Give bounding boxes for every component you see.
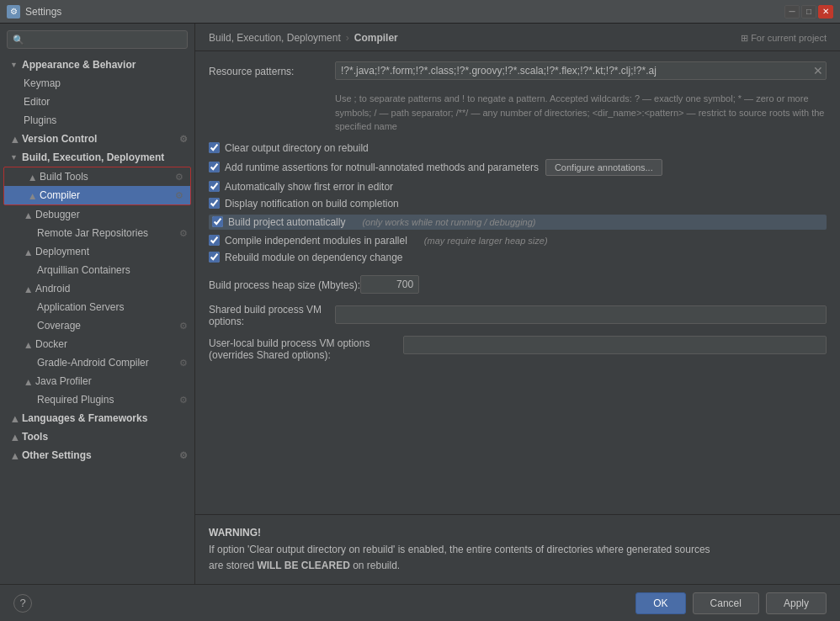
search-box[interactable]: 🔍 — [7, 30, 188, 49]
warning-text: If option 'Clear output directory on reb… — [209, 542, 827, 574]
sidebar-item-keymap[interactable]: Keymap — [0, 74, 194, 93]
build-tools-group: ▶ Build Tools ⚙ ▶ Compiler ⚙ — [3, 167, 191, 205]
maximize-button[interactable]: □ — [801, 5, 816, 19]
arrow-icon: ▶ — [28, 191, 36, 199]
checkbox-auto-show[interactable] — [209, 181, 220, 192]
user-local-vm-input[interactable] — [403, 336, 827, 354]
arrow-icon: ▼ — [10, 153, 19, 162]
sidebar-label: Build, Execution, Deployment — [22, 151, 164, 163]
sidebar-label: Editor — [24, 96, 50, 108]
heap-size-input[interactable] — [360, 275, 419, 294]
check-compile-parallel: Compile independent modules in parallel … — [209, 235, 827, 247]
sidebar-label: Other Settings — [22, 449, 92, 461]
apply-button[interactable]: Apply — [766, 592, 827, 614]
sidebar-label: Plugins — [24, 114, 56, 126]
settings-icon: ⚙ — [175, 172, 183, 183]
sidebar-item-appearance[interactable]: ▼ Appearance & Behavior — [0, 56, 194, 74]
settings-icon: ⚙ — [179, 450, 188, 461]
warning-box: WARNING! If option 'Clear output directo… — [195, 514, 840, 584]
resource-help-text: Use ; to separate patterns and ! to nega… — [335, 92, 827, 134]
resource-patterns-label: Resource patterns: — [209, 64, 335, 77]
arrow-icon: ▶ — [28, 172, 36, 181]
shared-vm-label: Shared build process VM options: — [209, 302, 335, 327]
sidebar-item-docker[interactable]: ▶ Docker — [0, 335, 194, 353]
label-compile-parallel: Compile independent modules in parallel — [225, 235, 407, 247]
settings-icon: ⚙ — [179, 321, 188, 332]
sidebar-item-deployment[interactable]: ▶ Deployment — [0, 242, 194, 261]
arrow-icon: ▶ — [24, 340, 32, 348]
sidebar-label: Build Tools — [40, 171, 88, 183]
arrow-icon: ▶ — [24, 247, 32, 256]
side-note-compile-parallel: (may require larger heap size) — [424, 236, 548, 246]
search-input[interactable] — [28, 34, 182, 45]
checkbox-build-auto[interactable] — [212, 216, 223, 227]
arrow-icon: ▶ — [10, 414, 19, 422]
arrow-icon: ▶ — [24, 284, 32, 293]
minimize-button[interactable]: ─ — [784, 5, 800, 19]
sidebar-label: Version Control — [22, 133, 97, 145]
sidebar-item-app-servers[interactable]: Application Servers — [0, 298, 194, 316]
arrow-icon: ▶ — [10, 135, 19, 143]
sidebar-item-other-settings[interactable]: ▶ Other Settings ⚙ — [0, 446, 194, 464]
content-body: Resource patterns: ✕ Use ; to separate p… — [195, 51, 840, 514]
clear-icon[interactable]: ✕ — [813, 64, 823, 77]
sidebar-item-languages[interactable]: ▶ Languages & Frameworks — [0, 409, 194, 427]
settings-icon: ⚙ — [179, 358, 188, 369]
sidebar-label: Docker — [35, 338, 67, 350]
label-add-runtime: Add runtime assertions for notnull-annot… — [225, 162, 539, 173]
ok-button[interactable]: OK — [635, 592, 685, 614]
settings-icon: ⚙ — [179, 134, 188, 145]
sidebar-item-version-control[interactable]: ▶ Version Control ⚙ — [0, 130, 194, 148]
side-note-build-auto: (only works while not running / debuggin… — [362, 217, 535, 227]
title-bar: ⚙ Settings ─ □ ✕ — [0, 0, 840, 24]
sidebar-label: Tools — [22, 431, 48, 443]
check-auto-show: Automatically show first error in editor — [209, 181, 827, 193]
resource-patterns-wrap: ✕ — [335, 61, 827, 80]
checkbox-add-runtime[interactable] — [209, 162, 220, 172]
sidebar-item-android[interactable]: ▶ Android — [0, 279, 194, 298]
breadcrumb-current: Compiler — [354, 32, 398, 44]
shared-vm-input[interactable] — [335, 305, 827, 324]
help-button[interactable]: ? — [13, 594, 32, 613]
checkbox-display-notif[interactable] — [209, 198, 220, 209]
resource-patterns-input[interactable] — [335, 61, 827, 80]
arrow-icon: ▶ — [24, 210, 32, 219]
shared-vm-row: Shared build process VM options: — [209, 302, 827, 327]
sidebar-item-arquillian[interactable]: Arquillian Containers — [0, 261, 194, 279]
sidebar-label: Application Servers — [37, 301, 124, 313]
sidebar-label: Android — [35, 283, 70, 295]
user-local-vm-label: User-local build process VM options (ove… — [209, 336, 403, 361]
label-auto-show: Automatically show first error in editor — [225, 181, 393, 193]
arrow-icon: ▶ — [10, 433, 19, 441]
close-button[interactable]: ✕ — [818, 5, 833, 19]
checkbox-compile-parallel[interactable] — [209, 235, 220, 246]
sidebar-item-remote-jar[interactable]: Remote Jar Repositories ⚙ — [0, 224, 194, 242]
sidebar-item-tools[interactable]: ▶ Tools — [0, 427, 194, 446]
settings-icon: ⚙ — [175, 190, 183, 201]
heap-size-row: Build process heap size (Mbytes): — [209, 275, 827, 294]
bottom-bar: ? OK Cancel Apply — [0, 584, 840, 621]
sidebar-item-debugger[interactable]: ▶ Debugger — [0, 205, 194, 224]
checkbox-rebuild-dep[interactable] — [209, 252, 220, 263]
sidebar-item-required-plugins[interactable]: Required Plugins ⚙ — [0, 390, 194, 409]
sidebar-item-java-profiler[interactable]: ▶ Java Profiler — [0, 372, 194, 390]
sidebar-item-editor[interactable]: Editor — [0, 93, 194, 111]
arrow-icon: ▼ — [10, 61, 19, 69]
sidebar-item-gradle-android[interactable]: Gradle-Android Compiler ⚙ — [0, 353, 194, 372]
configure-annotations-button[interactable]: Configure annotations... — [545, 159, 662, 176]
check-display-notif: Display notification on build completion — [209, 198, 827, 210]
sidebar-item-compiler[interactable]: ▶ Compiler ⚙ — [4, 186, 190, 204]
sidebar-label: Keymap — [24, 77, 61, 89]
label-clear-output: Clear output directory on rebuild — [225, 142, 369, 154]
sidebar-item-build-tools[interactable]: ▶ Build Tools ⚙ — [4, 167, 190, 186]
cancel-button[interactable]: Cancel — [693, 592, 759, 614]
label-display-notif: Display notification on build completion — [225, 198, 399, 210]
sidebar-item-coverage[interactable]: Coverage ⚙ — [0, 316, 194, 335]
sidebar-item-plugins[interactable]: Plugins — [0, 111, 194, 130]
build-auto-container: Build project automatically (only works … — [209, 215, 827, 230]
for-project-label: ⊞ For current project — [741, 33, 827, 44]
checkbox-clear-output[interactable] — [209, 142, 220, 153]
check-build-auto: Build project automatically (only works … — [209, 215, 827, 230]
sidebar-label: Languages & Frameworks — [22, 412, 147, 424]
sidebar-item-build-exec[interactable]: ▼ Build, Execution, Deployment — [0, 148, 194, 167]
